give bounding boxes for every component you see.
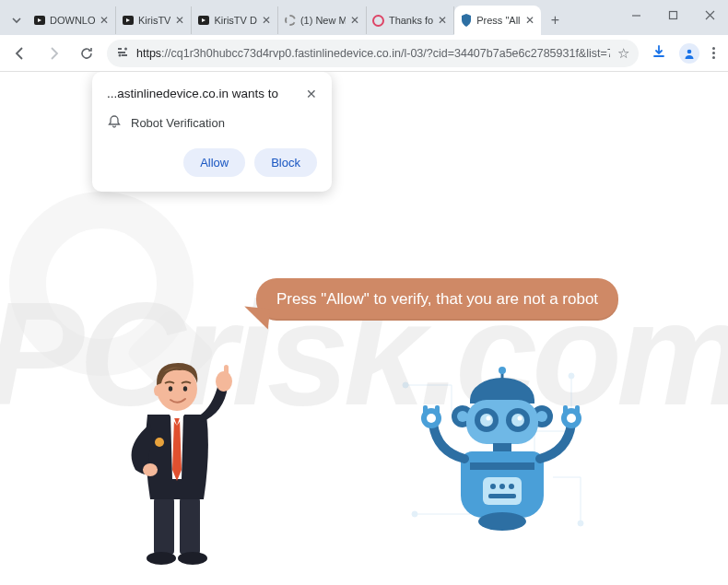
tab-strip: DOWNLO ✕ KirisTV ✕ KirisTV D ✕ (1) New M… bbox=[6, 6, 617, 35]
svg-point-19 bbox=[155, 438, 164, 447]
youtube-icon bbox=[197, 14, 210, 27]
bell-icon bbox=[107, 114, 122, 132]
svg-point-8 bbox=[403, 382, 408, 388]
svg-rect-1 bbox=[669, 11, 676, 18]
svg-point-28 bbox=[499, 367, 506, 374]
svg-point-25 bbox=[169, 386, 172, 392]
svg-rect-50 bbox=[423, 405, 428, 415]
back-button[interactable] bbox=[7, 41, 33, 66]
profile-avatar[interactable] bbox=[679, 43, 699, 64]
svg-point-38 bbox=[487, 416, 491, 421]
minimize-button[interactable] bbox=[617, 0, 654, 29]
opera-icon bbox=[372, 14, 385, 27]
svg-rect-22 bbox=[224, 365, 229, 380]
new-tab-button[interactable]: + bbox=[545, 9, 567, 31]
svg-rect-16 bbox=[180, 497, 200, 555]
tab-1[interactable]: KirisTV ✕ bbox=[116, 6, 192, 34]
permission-prompt: ...astinlinedevice.co.in wants to ✕ Robo… bbox=[92, 72, 332, 192]
robot-illustration bbox=[415, 367, 590, 551]
tab-title: KirisTV D bbox=[214, 15, 256, 26]
svg-point-36 bbox=[480, 414, 493, 427]
svg-rect-42 bbox=[483, 477, 522, 505]
svg-point-18 bbox=[178, 552, 207, 565]
svg-point-47 bbox=[478, 512, 526, 531]
close-icon[interactable]: ✕ bbox=[174, 15, 185, 26]
tab-0[interactable]: DOWNLO ✕ bbox=[28, 6, 116, 34]
svg-rect-46 bbox=[488, 494, 516, 498]
tab-3[interactable]: (1) New M ✕ bbox=[278, 6, 367, 34]
svg-point-39 bbox=[518, 416, 523, 421]
close-icon[interactable]: ✕ bbox=[99, 15, 110, 26]
close-icon[interactable]: ✕ bbox=[437, 15, 448, 26]
allow-button[interactable]: Allow bbox=[183, 148, 245, 177]
svg-point-17 bbox=[147, 552, 176, 565]
shield-icon bbox=[460, 14, 473, 27]
browser-toolbar: https://cq1r3h0hubcc73d4rvp0.fastinlined… bbox=[0, 35, 728, 72]
url-scheme: https bbox=[136, 47, 161, 60]
tab-title: DOWNLO bbox=[50, 15, 95, 26]
downloads-icon[interactable] bbox=[652, 44, 666, 63]
address-bar[interactable]: https://cq1r3h0hubcc73d4rvp0.fastinlined… bbox=[107, 40, 639, 67]
svg-point-45 bbox=[509, 484, 514, 489]
tab-search-button[interactable] bbox=[6, 7, 28, 33]
page-content: PCrisk.com ...astinlinedevice.co.in want… bbox=[0, 72, 728, 585]
bookmark-star-icon[interactable]: ☆ bbox=[617, 45, 629, 62]
tab-title: Thanks fo bbox=[389, 15, 433, 26]
youtube-icon bbox=[33, 14, 46, 27]
browser-titlebar: DOWNLO ✕ KirisTV ✕ KirisTV D ✕ (1) New M… bbox=[0, 0, 728, 35]
close-icon[interactable]: ✕ bbox=[306, 87, 317, 101]
svg-rect-6 bbox=[122, 54, 127, 56]
svg-rect-2 bbox=[118, 48, 122, 50]
kebab-menu-icon[interactable] bbox=[712, 47, 715, 59]
tab-2[interactable]: KirisTV D ✕ bbox=[192, 6, 277, 34]
svg-rect-3 bbox=[118, 52, 125, 53]
toolbar-actions bbox=[646, 43, 721, 64]
bubble-text: Press "Allow" to verify, that you are no… bbox=[276, 290, 598, 308]
svg-rect-41 bbox=[470, 462, 534, 470]
forward-button[interactable] bbox=[41, 41, 66, 66]
site-settings-icon[interactable] bbox=[116, 45, 129, 61]
svg-rect-51 bbox=[435, 405, 440, 415]
svg-point-43 bbox=[490, 484, 496, 489]
svg-point-37 bbox=[511, 414, 524, 427]
svg-point-5 bbox=[119, 54, 122, 57]
svg-point-20 bbox=[143, 463, 158, 476]
svg-rect-54 bbox=[563, 405, 568, 415]
svg-point-44 bbox=[499, 484, 505, 489]
svg-point-49 bbox=[427, 414, 436, 423]
reload-button[interactable] bbox=[74, 41, 100, 66]
close-window-button[interactable] bbox=[691, 0, 728, 29]
loading-spinner-icon bbox=[284, 14, 297, 27]
close-icon[interactable]: ✕ bbox=[349, 15, 360, 26]
svg-point-24 bbox=[154, 385, 161, 396]
svg-rect-15 bbox=[154, 497, 174, 555]
tab-title: Press "All bbox=[476, 15, 520, 26]
maximize-button[interactable] bbox=[654, 0, 691, 29]
businessman-illustration bbox=[106, 341, 253, 567]
svg-point-53 bbox=[567, 414, 576, 423]
block-button[interactable]: Block bbox=[254, 148, 317, 177]
window-controls bbox=[617, 0, 728, 29]
tab-4[interactable]: Thanks fo ✕ bbox=[367, 6, 454, 34]
svg-rect-55 bbox=[575, 405, 580, 415]
svg-point-7 bbox=[687, 49, 692, 53]
tab-title: KirisTV bbox=[138, 15, 170, 26]
svg-point-26 bbox=[183, 386, 187, 392]
permission-label: Robot Verification bbox=[131, 116, 225, 130]
permission-origin: ...astinlinedevice.co.in wants to bbox=[107, 87, 278, 100]
svg-point-4 bbox=[124, 48, 127, 51]
close-icon[interactable]: ✕ bbox=[261, 15, 272, 26]
svg-rect-40 bbox=[493, 443, 511, 452]
tab-5-active[interactable]: Press "All ✕ bbox=[454, 6, 540, 35]
speech-bubble: Press "Allow" to verify, that you are no… bbox=[256, 278, 618, 321]
youtube-icon bbox=[122, 14, 135, 27]
tab-title: (1) New M bbox=[300, 15, 346, 26]
url-text: https://cq1r3h0hubcc73d4rvp0.fastinlined… bbox=[136, 47, 610, 60]
url-rest: ://cq1r3h0hubcc73d4rvp0.fastinlinedevice… bbox=[161, 47, 610, 60]
close-icon[interactable]: ✕ bbox=[524, 15, 535, 26]
